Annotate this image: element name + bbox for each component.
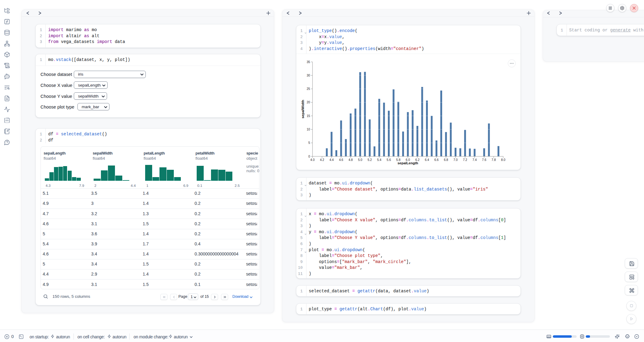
svg-text:4.2: 4.2: [320, 158, 324, 162]
svg-text:6.8: 6.8: [444, 158, 448, 162]
svg-text:sepalLength: sepalLength: [397, 161, 418, 165]
svg-text:5: 5: [308, 141, 310, 144]
svg-text:4.8: 4.8: [348, 158, 352, 162]
svg-text:6.4: 6.4: [425, 158, 429, 162]
svg-text:sepalWidth: sepalWidth: [301, 100, 304, 118]
svg-text:4.0: 4.0: [310, 158, 314, 162]
svg-text:0: 0: [308, 155, 310, 158]
svg-text:35: 35: [306, 60, 310, 64]
svg-text:4.4: 4.4: [329, 158, 334, 162]
svg-text:30: 30: [306, 74, 310, 77]
svg-text:7.4: 7.4: [472, 158, 477, 162]
svg-text:7.6: 7.6: [482, 158, 486, 162]
svg-text:10: 10: [306, 128, 310, 131]
svg-text:5.0: 5.0: [358, 158, 362, 162]
svg-text:4.6: 4.6: [339, 158, 343, 162]
svg-text:7.0: 7.0: [453, 158, 457, 162]
svg-text:5.2: 5.2: [367, 158, 372, 162]
svg-text:25: 25: [306, 87, 310, 91]
svg-text:6.6: 6.6: [434, 158, 438, 162]
svg-text:8.0: 8.0: [501, 158, 505, 162]
svg-text:7.2: 7.2: [463, 158, 467, 162]
svg-text:15: 15: [306, 114, 310, 118]
svg-text:7.8: 7.8: [492, 158, 496, 162]
svg-text:5.4: 5.4: [377, 158, 381, 162]
svg-text:20: 20: [306, 101, 310, 104]
svg-text:5.6: 5.6: [387, 158, 391, 162]
